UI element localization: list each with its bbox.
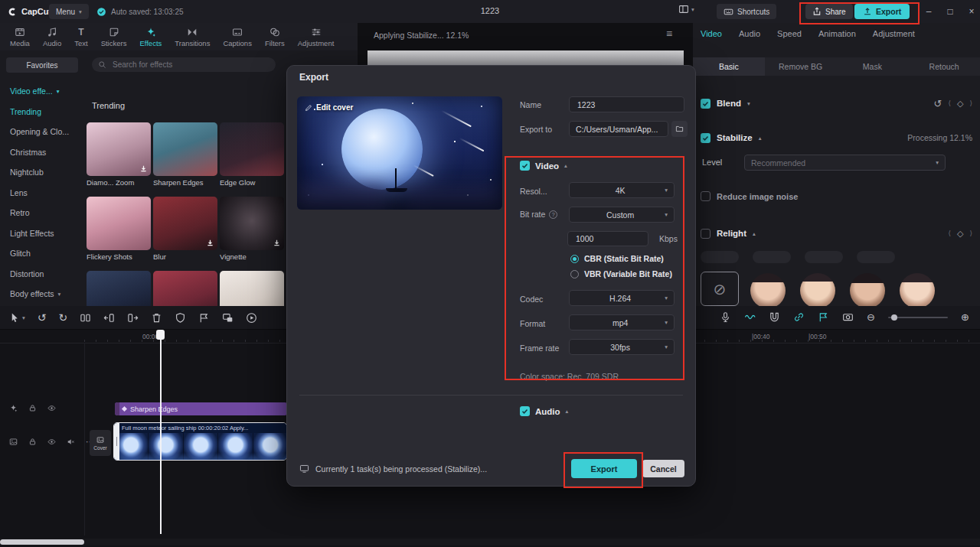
clip-left-cap[interactable] bbox=[115, 402, 119, 415]
zoom-out-button[interactable]: ⊖ bbox=[867, 311, 875, 323]
close-button[interactable]: × bbox=[962, 0, 980, 23]
marker-button[interactable] bbox=[818, 311, 829, 323]
effect-thumbnail[interactable] bbox=[220, 122, 284, 176]
browse-folder-button[interactable] bbox=[671, 121, 688, 137]
effect-card[interactable]: Diamo... Zoom bbox=[87, 122, 151, 187]
relight-preset-face[interactable] bbox=[800, 273, 835, 306]
level-select[interactable]: Recommended ▾ bbox=[744, 155, 946, 171]
effect-thumbnail[interactable] bbox=[153, 122, 217, 176]
video-clip[interactable]: Full moon meteor sailing ship 00:00:20:0… bbox=[113, 422, 287, 461]
chevron-up-icon[interactable]: ▴ bbox=[566, 408, 569, 415]
effects-search[interactable] bbox=[92, 57, 276, 72]
effect-card[interactable]: Flickery Shots bbox=[87, 197, 151, 261]
subtab-basic[interactable]: Basic bbox=[693, 57, 765, 76]
tab-filters[interactable]: Filters bbox=[263, 27, 287, 47]
preview-play-button[interactable] bbox=[246, 312, 257, 324]
reduce-noise-checkbox[interactable] bbox=[701, 191, 710, 201]
subtab-remove-bg[interactable]: Remove BG bbox=[765, 57, 837, 76]
vbr-option[interactable]: VBR (Variable Bit Rate) bbox=[570, 269, 672, 278]
thumbnail-view-icon[interactable] bbox=[9, 438, 18, 446]
tab-transitions[interactable]: Transitions bbox=[172, 27, 212, 47]
playhead-line[interactable] bbox=[160, 330, 162, 534]
keyframe-next-icon[interactable]: ⟩ bbox=[969, 230, 972, 237]
effect-card[interactable] bbox=[220, 271, 284, 306]
stabilize-checkbox[interactable] bbox=[701, 133, 710, 143]
effect-card[interactable]: Vignette bbox=[220, 197, 284, 261]
format-select[interactable]: mp4▾ bbox=[569, 314, 675, 330]
reset-icon[interactable]: ↺ bbox=[934, 98, 942, 109]
effect-card[interactable] bbox=[87, 271, 151, 306]
search-input[interactable] bbox=[111, 60, 252, 70]
keyframe-icon[interactable]: ◇ bbox=[957, 229, 963, 239]
keyframe-prev-icon[interactable]: ⟨ bbox=[949, 230, 952, 237]
subtab-retouch[interactable]: Retouch bbox=[908, 57, 980, 76]
video-checkbox[interactable] bbox=[520, 161, 530, 171]
delete-button[interactable] bbox=[151, 312, 162, 324]
audio-wave-toggle[interactable] bbox=[744, 311, 756, 323]
zoom-in-button[interactable]: ⊕ bbox=[961, 311, 969, 323]
freeze-button[interactable] bbox=[198, 312, 210, 324]
mute-icon[interactable] bbox=[67, 438, 75, 446]
voiceover-button[interactable] bbox=[720, 311, 731, 323]
blend-checkbox[interactable] bbox=[701, 99, 710, 109]
vbr-radio[interactable] bbox=[570, 270, 579, 278]
audio-checkbox[interactable] bbox=[520, 406, 530, 416]
export-path-field[interactable]: C:/Users/Usman/App... bbox=[569, 121, 668, 137]
cancel-button[interactable]: Cancel bbox=[642, 460, 684, 477]
preview-menu-icon[interactable]: ≡ bbox=[666, 28, 672, 40]
effect-thumbnail[interactable] bbox=[220, 197, 284, 250]
effect-card[interactable] bbox=[153, 271, 217, 306]
chevron-up-icon[interactable]: ▴ bbox=[753, 230, 756, 237]
eye-icon[interactable] bbox=[47, 404, 56, 412]
split-button[interactable] bbox=[80, 312, 91, 324]
tab-speed[interactable]: Speed bbox=[777, 29, 802, 38]
tab-media[interactable]: Media bbox=[8, 27, 32, 47]
mask-button[interactable] bbox=[175, 312, 186, 324]
relight-preset-face[interactable] bbox=[750, 273, 786, 306]
relight-checkbox[interactable] bbox=[701, 229, 710, 239]
bitrate-amount-field[interactable] bbox=[567, 231, 648, 246]
category-christmas[interactable]: Christmas bbox=[0, 142, 84, 163]
cover-preview[interactable]: Edit cover bbox=[297, 96, 502, 210]
shortcuts-button[interactable]: Shortcuts bbox=[717, 4, 776, 19]
bitrate-amount-input[interactable] bbox=[574, 233, 642, 244]
cover-button[interactable]: Cover bbox=[90, 430, 111, 456]
framerate-select[interactable]: 30fps▾ bbox=[569, 339, 675, 355]
name-input[interactable] bbox=[576, 99, 678, 110]
category-distortion[interactable]: Distortion bbox=[0, 264, 84, 285]
cbr-radio[interactable] bbox=[570, 255, 579, 263]
slider-handle[interactable] bbox=[891, 314, 897, 321]
edit-cover-button[interactable]: Edit cover bbox=[305, 103, 353, 112]
effect-card[interactable]: Blur bbox=[153, 197, 217, 261]
select-tool-button[interactable]: ▾ bbox=[9, 312, 25, 324]
tab-animation[interactable]: Animation bbox=[818, 29, 856, 38]
codec-select[interactable]: H.264▾ bbox=[569, 290, 675, 306]
tab-stickers[interactable]: Stickers bbox=[99, 27, 129, 47]
eye-icon[interactable] bbox=[47, 438, 56, 446]
tab-text[interactable]: TText bbox=[72, 27, 90, 47]
trim-right-button[interactable] bbox=[127, 312, 139, 324]
menu-button[interactable]: Menu▾ bbox=[49, 4, 89, 19]
export-confirm-button[interactable]: Export bbox=[571, 459, 637, 478]
category-opening-closing[interactable]: Opening & Clo... bbox=[0, 122, 84, 142]
relight-preset-none[interactable]: ⊘ bbox=[701, 272, 739, 306]
tab-video[interactable]: Video bbox=[701, 29, 722, 38]
effect-thumbnail[interactable] bbox=[220, 271, 284, 306]
effect-card[interactable]: Edge Glow bbox=[220, 122, 284, 187]
category-retro[interactable]: Retro bbox=[0, 203, 84, 223]
share-button[interactable]: Share bbox=[805, 4, 853, 19]
favorites-button[interactable]: Favorites bbox=[6, 57, 78, 73]
tab-adjustment-inspector[interactable]: Adjustment bbox=[873, 29, 915, 38]
category-group-video-effects[interactable]: Video effe...▾ bbox=[0, 81, 84, 102]
category-lens[interactable]: Lens bbox=[0, 183, 84, 203]
effects-icon[interactable] bbox=[9, 404, 18, 412]
chevron-up-icon[interactable]: ▴ bbox=[759, 135, 762, 142]
tab-audio[interactable]: Audio bbox=[41, 27, 64, 47]
layout-button[interactable]: ▾ bbox=[678, 4, 694, 15]
name-field[interactable] bbox=[569, 96, 684, 112]
maximize-button[interactable]: □ bbox=[940, 0, 960, 23]
cbr-option[interactable]: CBR (Static Bit Rate) bbox=[570, 254, 664, 263]
chevron-up-icon[interactable]: ▴ bbox=[564, 162, 567, 169]
snapshot-button[interactable] bbox=[842, 311, 854, 323]
tab-adjustment[interactable]: Adjustment bbox=[296, 27, 337, 47]
